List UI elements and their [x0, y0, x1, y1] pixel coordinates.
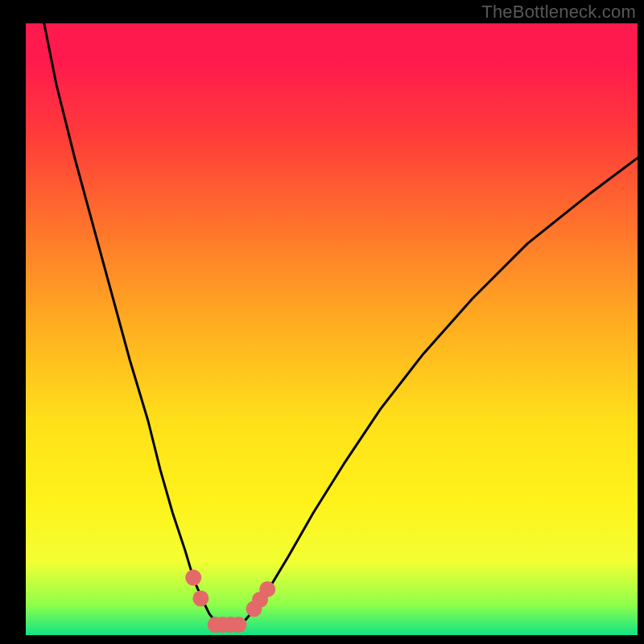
chart-frame: TheBottleneck.com	[0, 0, 644, 644]
curve-marker	[192, 590, 208, 606]
curve-marker	[259, 581, 275, 597]
curve-marker	[230, 617, 246, 633]
plot-area	[26, 23, 638, 635]
bottleneck-curve	[26, 23, 638, 635]
bottleneck-curve-path	[44, 23, 638, 627]
curve-marker	[185, 570, 201, 586]
watermark-text: TheBottleneck.com	[481, 2, 636, 23]
